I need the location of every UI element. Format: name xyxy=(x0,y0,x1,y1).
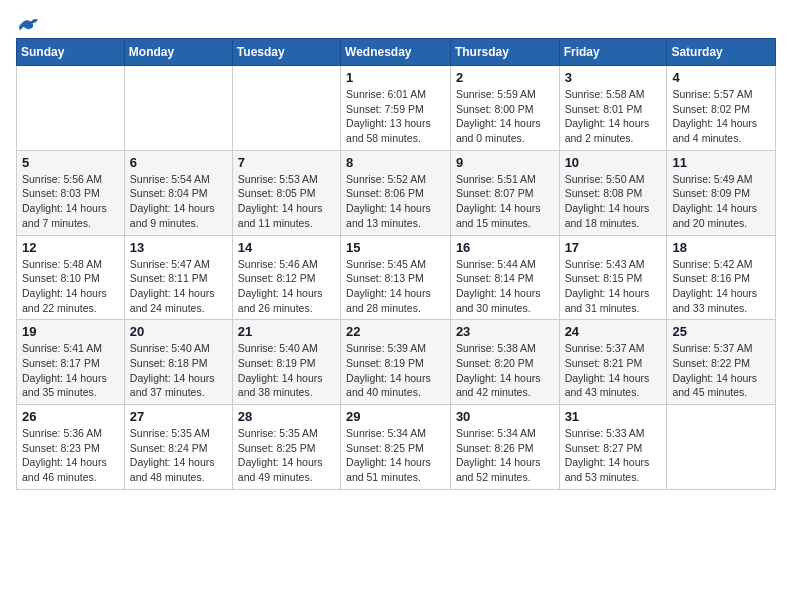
week-row-4: 19Sunrise: 5:41 AMSunset: 8:17 PMDayligh… xyxy=(17,320,776,405)
calendar-cell xyxy=(124,66,232,151)
day-number: 3 xyxy=(565,70,662,85)
day-info: Sunrise: 5:47 AMSunset: 8:11 PMDaylight:… xyxy=(130,257,227,316)
calendar-cell: 11Sunrise: 5:49 AMSunset: 8:09 PMDayligh… xyxy=(667,150,776,235)
logo-bird-icon xyxy=(18,16,40,34)
page-header xyxy=(16,16,776,30)
day-number: 17 xyxy=(565,240,662,255)
day-info: Sunrise: 5:39 AMSunset: 8:19 PMDaylight:… xyxy=(346,341,445,400)
day-number: 26 xyxy=(22,409,119,424)
calendar-cell: 1Sunrise: 6:01 AMSunset: 7:59 PMDaylight… xyxy=(341,66,451,151)
day-number: 18 xyxy=(672,240,770,255)
calendar-cell: 8Sunrise: 5:52 AMSunset: 8:06 PMDaylight… xyxy=(341,150,451,235)
calendar-cell: 27Sunrise: 5:35 AMSunset: 8:24 PMDayligh… xyxy=(124,405,232,490)
day-number: 22 xyxy=(346,324,445,339)
day-number: 24 xyxy=(565,324,662,339)
day-info: Sunrise: 5:59 AMSunset: 8:00 PMDaylight:… xyxy=(456,87,554,146)
calendar-cell: 13Sunrise: 5:47 AMSunset: 8:11 PMDayligh… xyxy=(124,235,232,320)
calendar-cell xyxy=(232,66,340,151)
day-number: 11 xyxy=(672,155,770,170)
day-number: 23 xyxy=(456,324,554,339)
calendar-cell: 18Sunrise: 5:42 AMSunset: 8:16 PMDayligh… xyxy=(667,235,776,320)
calendar-cell: 30Sunrise: 5:34 AMSunset: 8:26 PMDayligh… xyxy=(450,405,559,490)
day-info: Sunrise: 5:40 AMSunset: 8:19 PMDaylight:… xyxy=(238,341,335,400)
day-number: 19 xyxy=(22,324,119,339)
day-number: 5 xyxy=(22,155,119,170)
calendar-cell: 10Sunrise: 5:50 AMSunset: 8:08 PMDayligh… xyxy=(559,150,667,235)
day-number: 1 xyxy=(346,70,445,85)
calendar-cell: 12Sunrise: 5:48 AMSunset: 8:10 PMDayligh… xyxy=(17,235,125,320)
day-info: Sunrise: 5:37 AMSunset: 8:21 PMDaylight:… xyxy=(565,341,662,400)
day-info: Sunrise: 5:43 AMSunset: 8:15 PMDaylight:… xyxy=(565,257,662,316)
day-info: Sunrise: 5:52 AMSunset: 8:06 PMDaylight:… xyxy=(346,172,445,231)
day-info: Sunrise: 5:37 AMSunset: 8:22 PMDaylight:… xyxy=(672,341,770,400)
day-info: Sunrise: 5:33 AMSunset: 8:27 PMDaylight:… xyxy=(565,426,662,485)
week-row-2: 5Sunrise: 5:56 AMSunset: 8:03 PMDaylight… xyxy=(17,150,776,235)
day-number: 6 xyxy=(130,155,227,170)
weekday-header-wednesday: Wednesday xyxy=(341,39,451,66)
calendar-table: SundayMondayTuesdayWednesdayThursdayFrid… xyxy=(16,38,776,490)
day-info: Sunrise: 5:40 AMSunset: 8:18 PMDaylight:… xyxy=(130,341,227,400)
day-info: Sunrise: 5:35 AMSunset: 8:24 PMDaylight:… xyxy=(130,426,227,485)
day-info: Sunrise: 5:54 AMSunset: 8:04 PMDaylight:… xyxy=(130,172,227,231)
calendar-cell: 29Sunrise: 5:34 AMSunset: 8:25 PMDayligh… xyxy=(341,405,451,490)
calendar-cell: 3Sunrise: 5:58 AMSunset: 8:01 PMDaylight… xyxy=(559,66,667,151)
day-number: 20 xyxy=(130,324,227,339)
day-number: 12 xyxy=(22,240,119,255)
day-info: Sunrise: 5:44 AMSunset: 8:14 PMDaylight:… xyxy=(456,257,554,316)
calendar-cell: 6Sunrise: 5:54 AMSunset: 8:04 PMDaylight… xyxy=(124,150,232,235)
day-info: Sunrise: 5:56 AMSunset: 8:03 PMDaylight:… xyxy=(22,172,119,231)
day-number: 14 xyxy=(238,240,335,255)
weekday-header-row: SundayMondayTuesdayWednesdayThursdayFrid… xyxy=(17,39,776,66)
weekday-header-friday: Friday xyxy=(559,39,667,66)
calendar-cell: 20Sunrise: 5:40 AMSunset: 8:18 PMDayligh… xyxy=(124,320,232,405)
day-number: 4 xyxy=(672,70,770,85)
day-number: 9 xyxy=(456,155,554,170)
week-row-3: 12Sunrise: 5:48 AMSunset: 8:10 PMDayligh… xyxy=(17,235,776,320)
day-number: 13 xyxy=(130,240,227,255)
day-number: 25 xyxy=(672,324,770,339)
day-info: Sunrise: 5:51 AMSunset: 8:07 PMDaylight:… xyxy=(456,172,554,231)
day-number: 2 xyxy=(456,70,554,85)
day-info: Sunrise: 5:38 AMSunset: 8:20 PMDaylight:… xyxy=(456,341,554,400)
day-info: Sunrise: 5:34 AMSunset: 8:25 PMDaylight:… xyxy=(346,426,445,485)
day-number: 31 xyxy=(565,409,662,424)
day-info: Sunrise: 5:34 AMSunset: 8:26 PMDaylight:… xyxy=(456,426,554,485)
calendar-cell: 5Sunrise: 5:56 AMSunset: 8:03 PMDaylight… xyxy=(17,150,125,235)
day-number: 30 xyxy=(456,409,554,424)
calendar-cell: 15Sunrise: 5:45 AMSunset: 8:13 PMDayligh… xyxy=(341,235,451,320)
calendar-cell: 7Sunrise: 5:53 AMSunset: 8:05 PMDaylight… xyxy=(232,150,340,235)
calendar-cell: 19Sunrise: 5:41 AMSunset: 8:17 PMDayligh… xyxy=(17,320,125,405)
day-number: 8 xyxy=(346,155,445,170)
week-row-5: 26Sunrise: 5:36 AMSunset: 8:23 PMDayligh… xyxy=(17,405,776,490)
day-info: Sunrise: 5:35 AMSunset: 8:25 PMDaylight:… xyxy=(238,426,335,485)
calendar-cell: 26Sunrise: 5:36 AMSunset: 8:23 PMDayligh… xyxy=(17,405,125,490)
weekday-header-sunday: Sunday xyxy=(17,39,125,66)
day-info: Sunrise: 5:57 AMSunset: 8:02 PMDaylight:… xyxy=(672,87,770,146)
weekday-header-thursday: Thursday xyxy=(450,39,559,66)
day-number: 15 xyxy=(346,240,445,255)
weekday-header-tuesday: Tuesday xyxy=(232,39,340,66)
day-number: 29 xyxy=(346,409,445,424)
day-info: Sunrise: 5:58 AMSunset: 8:01 PMDaylight:… xyxy=(565,87,662,146)
day-info: Sunrise: 5:48 AMSunset: 8:10 PMDaylight:… xyxy=(22,257,119,316)
day-number: 10 xyxy=(565,155,662,170)
calendar-cell xyxy=(667,405,776,490)
calendar-cell: 31Sunrise: 5:33 AMSunset: 8:27 PMDayligh… xyxy=(559,405,667,490)
day-info: Sunrise: 5:36 AMSunset: 8:23 PMDaylight:… xyxy=(22,426,119,485)
calendar-cell: 4Sunrise: 5:57 AMSunset: 8:02 PMDaylight… xyxy=(667,66,776,151)
day-info: Sunrise: 5:49 AMSunset: 8:09 PMDaylight:… xyxy=(672,172,770,231)
weekday-header-saturday: Saturday xyxy=(667,39,776,66)
calendar-cell: 16Sunrise: 5:44 AMSunset: 8:14 PMDayligh… xyxy=(450,235,559,320)
day-info: Sunrise: 5:41 AMSunset: 8:17 PMDaylight:… xyxy=(22,341,119,400)
calendar-cell: 14Sunrise: 5:46 AMSunset: 8:12 PMDayligh… xyxy=(232,235,340,320)
day-info: Sunrise: 5:46 AMSunset: 8:12 PMDaylight:… xyxy=(238,257,335,316)
calendar-cell: 25Sunrise: 5:37 AMSunset: 8:22 PMDayligh… xyxy=(667,320,776,405)
day-info: Sunrise: 5:42 AMSunset: 8:16 PMDaylight:… xyxy=(672,257,770,316)
calendar-cell: 22Sunrise: 5:39 AMSunset: 8:19 PMDayligh… xyxy=(341,320,451,405)
week-row-1: 1Sunrise: 6:01 AMSunset: 7:59 PMDaylight… xyxy=(17,66,776,151)
calendar-cell: 24Sunrise: 5:37 AMSunset: 8:21 PMDayligh… xyxy=(559,320,667,405)
day-number: 7 xyxy=(238,155,335,170)
day-number: 16 xyxy=(456,240,554,255)
calendar-cell: 23Sunrise: 5:38 AMSunset: 8:20 PMDayligh… xyxy=(450,320,559,405)
calendar-cell: 28Sunrise: 5:35 AMSunset: 8:25 PMDayligh… xyxy=(232,405,340,490)
